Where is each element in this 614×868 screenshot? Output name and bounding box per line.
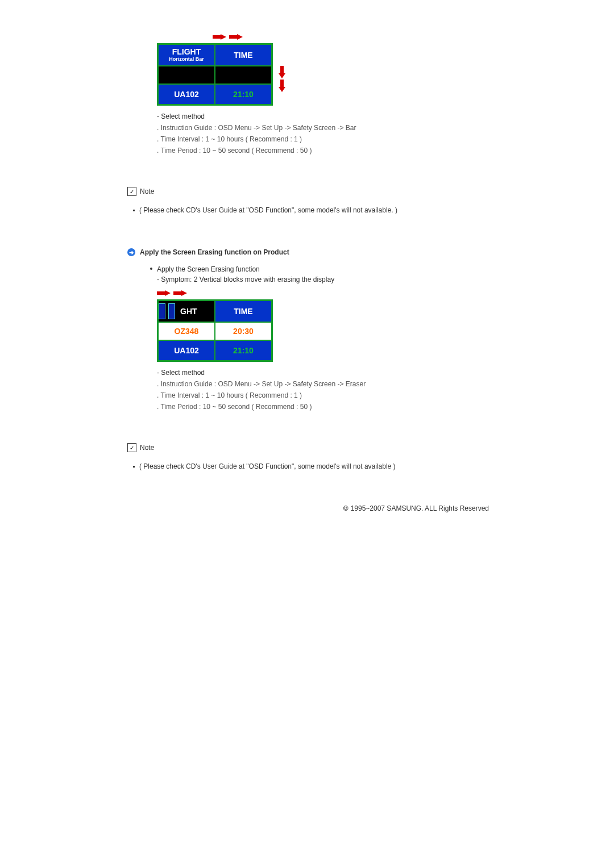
time-header: TIME	[215, 45, 271, 66]
svg-rect-10	[173, 291, 181, 295]
row2-flight-2: OZ348	[159, 323, 215, 340]
note-text-1: ( Please check CD's User Guide at "OSD F…	[133, 206, 491, 214]
row2-flight: OZ348	[175, 70, 199, 80]
svg-marker-9	[165, 290, 171, 296]
erasing-heading: ➜ Apply the Screen Erasing function on P…	[127, 248, 491, 256]
erasing-line1: Apply the Screen Erasing function	[157, 264, 334, 274]
period-1: . Time Period : 10 ~ 50 second ( Recomme…	[157, 145, 614, 156]
svg-marker-1	[221, 34, 226, 40]
note-heading-1: ✓ Note	[127, 187, 491, 196]
bullet-dot-icon-2	[133, 466, 135, 468]
guide-1: . Instruction Guide : OSD Menu -> Set Up…	[157, 123, 614, 133]
interval-1: . Time Interval : 1 ~ 10 hours ( Recomme…	[157, 134, 614, 144]
erasing-bullet: Apply the Screen Erasing function - Symp…	[150, 264, 491, 285]
period-2: . Time Period : 10 ~ 50 second ( Recomme…	[157, 402, 614, 412]
select-method-1: - Select method	[157, 111, 614, 122]
row3-time: 21:10	[215, 84, 271, 104]
row2-time-2: 20:30	[215, 323, 271, 340]
copyright-symbol: ©	[343, 504, 349, 512]
arrow-circle-icon: ➜	[127, 248, 135, 256]
svg-marker-3	[237, 34, 243, 40]
svg-marker-7	[279, 87, 285, 92]
guide-2: . Instruction Guide : OSD Menu -> Set Up…	[157, 379, 614, 389]
time-header-2: TIME	[215, 301, 271, 323]
row3-flight: UA102	[159, 84, 215, 104]
horizontal-bar-sub: Horizontal Bar	[169, 56, 204, 63]
disc-icon	[150, 268, 152, 270]
row3-flight-2: UA102	[159, 340, 215, 360]
ght-label: GHT	[180, 307, 197, 316]
bar-function-illustration: FLIGHT Horizontal Bar TIME OZ348 20:30 U…	[157, 34, 614, 106]
flight-table-bar: FLIGHT Horizontal Bar TIME OZ348 20:30 U…	[157, 43, 273, 106]
svg-marker-11	[181, 290, 187, 296]
interval-2: . Time Interval : 1 ~ 10 hours ( Recomme…	[157, 390, 614, 400]
flight-table-eraser: GHT TIME OZ348 20:30 UA102 21:10	[157, 299, 273, 362]
erasing-line2: - Symptom: 2 Vertical blocks move with e…	[157, 274, 334, 285]
horizontal-arrows-icon-2	[157, 290, 614, 296]
copyright-text: 1995~2007 SAMSUNG. ALL Rights Reserved	[351, 504, 489, 512]
checkbox-icon-2: ✓	[127, 443, 136, 452]
note-text-2: ( Please check CD's User Guide at "OSD F…	[133, 462, 491, 470]
vertical-arrows-icon	[279, 66, 285, 92]
svg-rect-0	[213, 35, 221, 39]
svg-rect-2	[229, 35, 237, 39]
svg-marker-5	[279, 73, 285, 78]
bullet-dot-icon	[133, 210, 135, 211]
row3-time-2: 21:10	[215, 340, 271, 360]
svg-rect-4	[280, 66, 284, 73]
row2-time: 20:30	[233, 70, 254, 80]
note-heading-2: ✓ Note	[127, 443, 491, 452]
svg-rect-8	[157, 291, 165, 295]
checkbox-icon: ✓	[127, 187, 136, 196]
svg-rect-6	[280, 80, 284, 87]
horizontal-arrows-icon	[213, 34, 614, 40]
copyright: © 1995~2007 SAMSUNG. ALL Rights Reserved	[23, 504, 489, 512]
select-method-2: - Select method	[157, 368, 614, 378]
eraser-blocks-icon	[159, 303, 175, 319]
eraser-function-illustration: GHT TIME OZ348 20:30 UA102 21:10	[157, 290, 614, 362]
flight-header: FLIGHT	[172, 48, 201, 56]
